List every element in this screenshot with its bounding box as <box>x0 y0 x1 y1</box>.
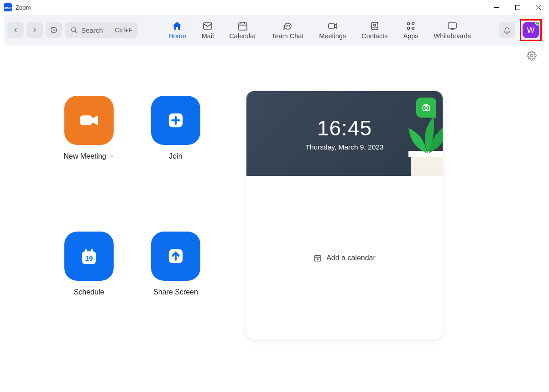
svg-marker-29 <box>92 115 98 125</box>
avatar-initial: W <box>527 26 535 35</box>
add-calendar-button[interactable]: Add a calendar <box>246 176 443 340</box>
tab-contacts[interactable]: Contacts <box>358 19 391 41</box>
tab-label: Whiteboards <box>434 32 471 40</box>
nav-tabs: Home Mail Calendar Team Chat Meetings Co… <box>141 19 499 41</box>
tab-teamchat[interactable]: Team Chat <box>268 19 307 41</box>
svg-point-6 <box>72 28 76 32</box>
svg-rect-9 <box>239 23 247 30</box>
plant-decoration <box>383 114 443 176</box>
zoom-logo: zoom <box>4 3 12 11</box>
svg-point-21 <box>412 23 414 25</box>
svg-point-27 <box>530 54 533 57</box>
svg-point-40 <box>425 107 428 109</box>
tab-label: Mail <box>202 32 214 40</box>
chat-icon <box>282 21 293 31</box>
svg-text:19: 19 <box>85 254 93 262</box>
tab-home[interactable]: Home <box>165 19 190 41</box>
mail-icon <box>202 21 213 31</box>
tab-whiteboards[interactable]: Whiteboards <box>430 19 474 41</box>
svg-rect-1 <box>515 5 520 10</box>
svg-point-23 <box>412 27 414 30</box>
top-navigation: Search Ctrl+F Home Mail Calendar Team Ch… <box>4 15 545 46</box>
titlebar: zoom Zoom <box>0 0 549 15</box>
action-label-text: Schedule <box>74 288 105 296</box>
svg-point-13 <box>286 26 287 26</box>
share-screen-tile <box>151 232 200 281</box>
new-meeting-action[interactable]: New Meeting <box>46 96 132 204</box>
search-shortcut: Ctrl+F <box>115 26 133 34</box>
svg-rect-41 <box>425 104 428 106</box>
window-close-button[interactable] <box>528 0 549 15</box>
card-time: 16:45 <box>317 116 372 140</box>
search-icon <box>70 26 78 34</box>
action-label-text: Join <box>169 152 182 160</box>
plus-icon <box>164 108 188 132</box>
card-banner: 16:45 Thursday, March 9, 2023 <box>246 91 443 176</box>
arrow-up-icon <box>164 244 188 268</box>
calendar-add-icon <box>314 254 322 262</box>
svg-point-14 <box>288 26 288 26</box>
window-maximize-button[interactable] <box>507 0 528 15</box>
join-action[interactable]: Join <box>132 96 219 204</box>
tab-label: Meetings <box>319 32 346 40</box>
search-input[interactable]: Search Ctrl+F <box>65 22 138 38</box>
window-title: Zoom <box>16 4 31 11</box>
profile-avatar[interactable]: W <box>523 22 539 38</box>
tab-label: Home <box>168 32 186 40</box>
action-grid: New Meeting Join 19 Schedule <box>46 91 219 340</box>
tab-calendar[interactable]: Calendar <box>225 19 260 41</box>
window-minimize-button[interactable] <box>486 0 507 15</box>
home-icon <box>172 21 183 31</box>
tab-mail[interactable]: Mail <box>198 19 218 41</box>
svg-point-19 <box>373 24 376 26</box>
profile-highlight: W <box>520 19 542 41</box>
schedule-action[interactable]: 19 Schedule <box>46 232 132 340</box>
share-screen-action[interactable]: Share Screen <box>132 232 219 340</box>
tab-label: Apps <box>403 32 418 40</box>
action-label-text: Share Screen <box>153 288 198 296</box>
video-camera-icon <box>77 108 101 132</box>
svg-line-7 <box>75 31 77 33</box>
svg-point-20 <box>407 23 409 25</box>
svg-rect-24 <box>448 23 456 28</box>
tab-label: Contacts <box>361 32 387 40</box>
search-placeholder: Search <box>81 26 103 34</box>
schedule-tile: 19 <box>64 232 114 281</box>
apps-icon <box>405 21 416 31</box>
add-calendar-label: Add a calendar <box>326 254 376 262</box>
bell-icon <box>503 26 511 34</box>
join-tile <box>151 96 200 145</box>
notifications-button[interactable] <box>499 22 515 38</box>
svg-rect-28 <box>80 115 92 125</box>
camera-icon <box>422 103 431 112</box>
tab-label: Team Chat <box>272 32 303 40</box>
svg-rect-34 <box>85 249 87 253</box>
svg-line-5 <box>54 30 55 31</box>
video-icon <box>327 21 338 31</box>
contacts-icon <box>369 21 380 31</box>
svg-point-15 <box>290 26 290 26</box>
nav-forward-button[interactable] <box>26 22 43 38</box>
calendar-icon <box>237 21 248 31</box>
calendar-card: 16:45 Thursday, March 9, 2023 Add a cale… <box>246 91 443 340</box>
svg-rect-16 <box>329 24 335 28</box>
tab-label: Calendar <box>229 32 256 40</box>
nav-history-button[interactable] <box>46 22 62 38</box>
tab-apps[interactable]: Apps <box>399 19 422 41</box>
presence-indicator <box>535 21 540 26</box>
nav-back-button[interactable] <box>7 22 24 38</box>
svg-rect-8 <box>204 23 212 29</box>
settings-button[interactable] <box>525 49 538 62</box>
tab-meetings[interactable]: Meetings <box>315 19 350 41</box>
svg-rect-35 <box>91 249 93 253</box>
chevron-down-icon[interactable] <box>109 154 115 159</box>
main-content: New Meeting Join 19 Schedule <box>0 64 549 340</box>
svg-rect-42 <box>411 155 443 176</box>
new-meeting-tile <box>64 96 114 145</box>
svg-point-22 <box>407 27 409 30</box>
action-label-text: New Meeting <box>63 152 106 160</box>
schedule-calendar-icon: 19 <box>77 244 101 268</box>
gear-icon <box>527 51 537 61</box>
svg-rect-39 <box>423 106 430 111</box>
card-date: Thursday, March 9, 2023 <box>305 143 383 151</box>
